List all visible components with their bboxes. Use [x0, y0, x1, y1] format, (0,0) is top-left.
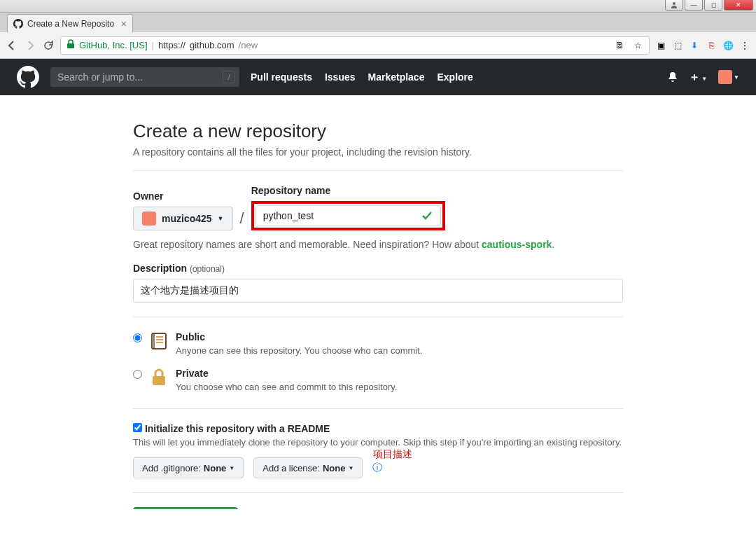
- nav-pull-requests[interactable]: Pull requests: [251, 71, 312, 83]
- browser-tab[interactable]: Create a New Reposito ×: [7, 14, 133, 32]
- public-sublabel: Anyone can see this repository. You choo…: [176, 345, 422, 356]
- search-placeholder: Search or jump to...: [57, 71, 143, 83]
- address-path: /new: [239, 40, 258, 50]
- forward-button[interactable]: [24, 39, 36, 52]
- private-sublabel: You choose who can see and commit to thi…: [176, 382, 398, 392]
- divider: [133, 492, 623, 493]
- owner-value: muzico425: [162, 213, 212, 224]
- github-favicon-icon: [13, 19, 23, 29]
- svg-rect-7: [153, 376, 165, 385]
- divider: [133, 317, 623, 317]
- window-minimize-button[interactable]: —: [685, 0, 703, 11]
- address-host: github.com: [190, 40, 234, 50]
- address-org: GitHub, Inc. [US]: [79, 40, 148, 50]
- extension-icon[interactable]: ⎘: [706, 40, 717, 51]
- window-maximize-button[interactable]: ◻: [704, 0, 722, 11]
- page-viewport: Search or jump to... / Pull requests Iss…: [0, 59, 756, 509]
- init-readme-label: Initialize this repository with a README: [145, 423, 330, 434]
- page-subtitle: A repository contains all the files for …: [133, 146, 623, 158]
- reload-button[interactable]: [42, 39, 55, 52]
- notifications-icon[interactable]: [668, 71, 678, 83]
- chrome-menu-icon[interactable]: ⋮: [739, 40, 750, 51]
- browser-tab-strip: Create a New Reposito ×: [0, 13, 756, 32]
- repo-name-hint: Great repository names are short and mem…: [133, 239, 623, 250]
- annotation-box: [251, 201, 445, 230]
- description-label: Description (optional): [133, 263, 623, 274]
- owner-select-button[interactable]: muzico425 ▼: [133, 207, 233, 230]
- extension-icon[interactable]: 🌐: [722, 40, 734, 51]
- repo-name-label: Repository name: [251, 185, 445, 196]
- private-label: Private: [176, 368, 398, 379]
- user-menu[interactable]: ▼: [718, 70, 739, 84]
- chevron-down-icon: ▼: [348, 465, 354, 471]
- address-bar[interactable]: GitHub, Inc. [US] | https://github.com/n…: [60, 36, 650, 55]
- nav-explore[interactable]: Explore: [437, 71, 472, 83]
- tab-close-icon[interactable]: ×: [121, 18, 127, 29]
- search-slash-icon: /: [223, 71, 235, 83]
- github-logo-icon[interactable]: [17, 66, 39, 88]
- create-new-dropdown[interactable]: ＋▼: [689, 70, 707, 85]
- extension-icon[interactable]: ⬇: [689, 40, 700, 51]
- license-dropdown[interactable]: Add a license: None ▼: [253, 457, 363, 478]
- star-icon[interactable]: ☆: [632, 40, 643, 51]
- window-close-button[interactable]: ✕: [724, 0, 753, 11]
- page-title: Create a new repository: [133, 120, 623, 142]
- svg-rect-1: [67, 43, 74, 48]
- owner-label: Owner: [133, 191, 233, 202]
- back-button[interactable]: [6, 39, 18, 52]
- github-search-input[interactable]: Search or jump to... /: [50, 67, 239, 87]
- nav-issues[interactable]: Issues: [325, 71, 356, 83]
- description-input[interactable]: [133, 279, 623, 303]
- address-protocol: https://: [158, 40, 186, 50]
- public-label: Public: [176, 331, 422, 342]
- repo-private-icon: [149, 368, 169, 387]
- private-radio[interactable]: [133, 370, 142, 379]
- tab-title: Create a New Reposito: [27, 19, 114, 29]
- name-suggestion-link[interactable]: cautious-spork: [482, 239, 552, 250]
- chevron-down-icon: ▼: [229, 465, 234, 471]
- browser-toolbar: GitHub, Inc. [US] | https://github.com/n…: [0, 32, 756, 59]
- extension-icon[interactable]: ▣: [655, 40, 666, 51]
- create-repository-button[interactable]: Create repository: [133, 507, 238, 509]
- nav-marketplace[interactable]: Marketplace: [368, 71, 425, 83]
- slash-separator: /: [240, 209, 244, 230]
- init-readme-checkbox[interactable]: [133, 423, 142, 432]
- chevron-down-icon: ▼: [218, 215, 224, 222]
- window-titlebar: — ◻ ✕: [0, 0, 756, 13]
- avatar: [718, 70, 732, 84]
- repo-name-input[interactable]: [255, 205, 441, 226]
- lock-icon: [66, 39, 75, 51]
- translate-icon[interactable]: 🖺: [614, 40, 625, 51]
- gitignore-dropdown[interactable]: Add .gitignore: None ▼: [133, 457, 244, 478]
- check-icon: [421, 210, 433, 221]
- window-user-icon[interactable]: [665, 0, 683, 11]
- repo-public-icon: [149, 331, 169, 351]
- owner-avatar-icon: [142, 212, 156, 226]
- extension-icon[interactable]: ⬚: [672, 40, 683, 51]
- github-header: Search or jump to... / Pull requests Iss…: [0, 59, 756, 95]
- svg-point-0: [673, 2, 676, 5]
- license-info-icon[interactable]: ⓘ: [372, 462, 382, 474]
- divider: [133, 170, 623, 171]
- divider: [133, 408, 623, 409]
- public-radio[interactable]: [133, 333, 142, 342]
